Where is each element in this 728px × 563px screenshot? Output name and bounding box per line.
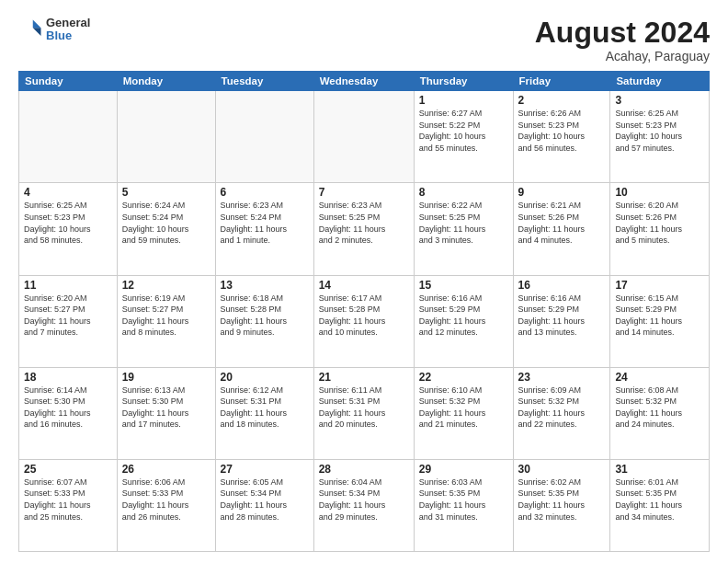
day-info: Sunrise: 6:11 AM Sunset: 5:31 PM Dayligh… bbox=[319, 385, 409, 431]
day-info: Sunrise: 6:03 AM Sunset: 5:35 PM Dayligh… bbox=[419, 477, 508, 523]
calendar-cell bbox=[117, 91, 215, 183]
calendar-cell: 11Sunrise: 6:20 AM Sunset: 5:27 PM Dayli… bbox=[19, 275, 118, 367]
day-info: Sunrise: 6:04 AM Sunset: 5:34 PM Dayligh… bbox=[319, 477, 409, 523]
day-info: Sunrise: 6:10 AM Sunset: 5:32 PM Dayligh… bbox=[419, 385, 508, 431]
calendar-cell: 30Sunrise: 6:02 AM Sunset: 5:35 PM Dayli… bbox=[513, 459, 610, 551]
day-info: Sunrise: 6:16 AM Sunset: 5:29 PM Dayligh… bbox=[518, 293, 606, 339]
calendar-cell: 10Sunrise: 6:20 AM Sunset: 5:26 PM Dayli… bbox=[610, 183, 710, 275]
day-number: 11 bbox=[24, 279, 112, 292]
day-number: 23 bbox=[518, 371, 606, 384]
weekday-header-monday: Monday bbox=[117, 72, 215, 91]
calendar-cell: 31Sunrise: 6:01 AM Sunset: 5:35 PM Dayli… bbox=[610, 459, 710, 551]
day-number: 25 bbox=[24, 463, 112, 476]
calendar-cell: 4Sunrise: 6:25 AM Sunset: 5:23 PM Daylig… bbox=[19, 183, 118, 275]
day-info: Sunrise: 6:16 AM Sunset: 5:29 PM Dayligh… bbox=[419, 293, 508, 339]
day-info: Sunrise: 6:25 AM Sunset: 5:23 PM Dayligh… bbox=[24, 200, 112, 246]
day-number: 24 bbox=[615, 371, 704, 384]
page: General Blue August 2024 Acahay, Paragua… bbox=[0, 0, 728, 563]
calendar-cell bbox=[215, 91, 313, 183]
calendar-cell: 23Sunrise: 6:09 AM Sunset: 5:32 PM Dayli… bbox=[513, 367, 610, 459]
day-number: 29 bbox=[419, 463, 508, 476]
svg-marker-1 bbox=[33, 29, 41, 37]
calendar-cell: 15Sunrise: 6:16 AM Sunset: 5:29 PM Dayli… bbox=[414, 275, 513, 367]
calendar-cell: 17Sunrise: 6:15 AM Sunset: 5:29 PM Dayli… bbox=[610, 275, 710, 367]
day-number: 28 bbox=[319, 463, 409, 476]
day-info: Sunrise: 6:02 AM Sunset: 5:35 PM Dayligh… bbox=[518, 477, 606, 523]
calendar-cell: 22Sunrise: 6:10 AM Sunset: 5:32 PM Dayli… bbox=[414, 367, 513, 459]
day-info: Sunrise: 6:21 AM Sunset: 5:26 PM Dayligh… bbox=[518, 200, 606, 246]
day-number: 20 bbox=[221, 371, 309, 384]
title-block: August 2024 Acahay, Paraguay bbox=[535, 17, 710, 63]
calendar-cell: 5Sunrise: 6:24 AM Sunset: 5:24 PM Daylig… bbox=[117, 183, 215, 275]
week-row-4: 18Sunrise: 6:14 AM Sunset: 5:30 PM Dayli… bbox=[19, 367, 710, 459]
day-number: 17 bbox=[615, 279, 704, 292]
day-info: Sunrise: 6:19 AM Sunset: 5:27 PM Dayligh… bbox=[122, 293, 210, 339]
month-title: August 2024 bbox=[535, 17, 710, 49]
day-info: Sunrise: 6:24 AM Sunset: 5:24 PM Dayligh… bbox=[122, 200, 210, 246]
day-info: Sunrise: 6:06 AM Sunset: 5:33 PM Dayligh… bbox=[122, 477, 210, 523]
day-number: 31 bbox=[615, 463, 704, 476]
week-row-3: 11Sunrise: 6:20 AM Sunset: 5:27 PM Dayli… bbox=[19, 275, 710, 367]
calendar-cell: 25Sunrise: 6:07 AM Sunset: 5:33 PM Dayli… bbox=[19, 459, 118, 551]
header: General Blue August 2024 Acahay, Paragua… bbox=[18, 17, 710, 63]
day-number: 1 bbox=[419, 94, 508, 107]
weekday-header-saturday: Saturday bbox=[610, 72, 710, 91]
logo-text: General Blue bbox=[46, 17, 90, 43]
svg-marker-0 bbox=[33, 20, 41, 29]
week-row-5: 25Sunrise: 6:07 AM Sunset: 5:33 PM Dayli… bbox=[19, 459, 710, 551]
calendar-table: SundayMondayTuesdayWednesdayThursdayFrid… bbox=[18, 71, 710, 552]
logo-blue-text: Blue bbox=[46, 29, 72, 42]
calendar-cell: 1Sunrise: 6:27 AM Sunset: 5:22 PM Daylig… bbox=[414, 91, 513, 183]
day-info: Sunrise: 6:23 AM Sunset: 5:24 PM Dayligh… bbox=[221, 200, 309, 246]
day-number: 12 bbox=[122, 279, 210, 292]
day-number: 5 bbox=[122, 186, 210, 199]
logo-general-text: General bbox=[46, 16, 90, 29]
day-info: Sunrise: 6:25 AM Sunset: 5:23 PM Dayligh… bbox=[615, 108, 704, 154]
day-number: 26 bbox=[122, 463, 210, 476]
day-info: Sunrise: 6:17 AM Sunset: 5:28 PM Dayligh… bbox=[319, 293, 409, 339]
day-number: 9 bbox=[518, 186, 606, 199]
calendar-cell: 12Sunrise: 6:19 AM Sunset: 5:27 PM Dayli… bbox=[117, 275, 215, 367]
day-info: Sunrise: 6:08 AM Sunset: 5:32 PM Dayligh… bbox=[615, 385, 704, 431]
day-info: Sunrise: 6:23 AM Sunset: 5:25 PM Dayligh… bbox=[319, 200, 409, 246]
day-info: Sunrise: 6:09 AM Sunset: 5:32 PM Dayligh… bbox=[518, 385, 606, 431]
day-info: Sunrise: 6:22 AM Sunset: 5:25 PM Dayligh… bbox=[419, 200, 508, 246]
day-info: Sunrise: 6:26 AM Sunset: 5:23 PM Dayligh… bbox=[518, 108, 606, 154]
calendar-cell: 20Sunrise: 6:12 AM Sunset: 5:31 PM Dayli… bbox=[215, 367, 313, 459]
location: Acahay, Paraguay bbox=[535, 49, 710, 63]
calendar-cell: 16Sunrise: 6:16 AM Sunset: 5:29 PM Dayli… bbox=[513, 275, 610, 367]
day-number: 22 bbox=[419, 371, 508, 384]
calendar-cell: 8Sunrise: 6:22 AM Sunset: 5:25 PM Daylig… bbox=[414, 183, 513, 275]
calendar-cell: 9Sunrise: 6:21 AM Sunset: 5:26 PM Daylig… bbox=[513, 183, 610, 275]
calendar-cell: 6Sunrise: 6:23 AM Sunset: 5:24 PM Daylig… bbox=[215, 183, 313, 275]
day-info: Sunrise: 6:01 AM Sunset: 5:35 PM Dayligh… bbox=[615, 477, 704, 523]
weekday-header-row: SundayMondayTuesdayWednesdayThursdayFrid… bbox=[19, 72, 710, 91]
day-number: 30 bbox=[518, 463, 606, 476]
calendar-cell: 7Sunrise: 6:23 AM Sunset: 5:25 PM Daylig… bbox=[313, 183, 414, 275]
day-info: Sunrise: 6:27 AM Sunset: 5:22 PM Dayligh… bbox=[419, 108, 508, 154]
day-info: Sunrise: 6:05 AM Sunset: 5:34 PM Dayligh… bbox=[221, 477, 309, 523]
calendar-cell: 19Sunrise: 6:13 AM Sunset: 5:30 PM Dayli… bbox=[117, 367, 215, 459]
calendar-cell: 2Sunrise: 6:26 AM Sunset: 5:23 PM Daylig… bbox=[513, 91, 610, 183]
day-number: 19 bbox=[122, 371, 210, 384]
calendar-cell: 21Sunrise: 6:11 AM Sunset: 5:31 PM Dayli… bbox=[313, 367, 414, 459]
day-number: 16 bbox=[518, 279, 606, 292]
calendar-cell: 27Sunrise: 6:05 AM Sunset: 5:34 PM Dayli… bbox=[215, 459, 313, 551]
day-number: 10 bbox=[615, 186, 704, 199]
week-row-1: 1Sunrise: 6:27 AM Sunset: 5:22 PM Daylig… bbox=[19, 91, 710, 183]
logo-icon bbox=[18, 17, 44, 42]
calendar-cell bbox=[313, 91, 414, 183]
calendar-cell: 13Sunrise: 6:18 AM Sunset: 5:28 PM Dayli… bbox=[215, 275, 313, 367]
day-info: Sunrise: 6:15 AM Sunset: 5:29 PM Dayligh… bbox=[615, 293, 704, 339]
day-number: 18 bbox=[24, 371, 112, 384]
calendar-cell bbox=[19, 91, 118, 183]
day-number: 4 bbox=[24, 186, 112, 199]
logo: General Blue bbox=[18, 17, 90, 43]
weekday-header-tuesday: Tuesday bbox=[215, 72, 313, 91]
calendar-cell: 29Sunrise: 6:03 AM Sunset: 5:35 PM Dayli… bbox=[414, 459, 513, 551]
day-number: 7 bbox=[319, 186, 409, 199]
day-info: Sunrise: 6:14 AM Sunset: 5:30 PM Dayligh… bbox=[24, 385, 112, 431]
calendar-cell: 14Sunrise: 6:17 AM Sunset: 5:28 PM Dayli… bbox=[313, 275, 414, 367]
day-number: 2 bbox=[518, 94, 606, 107]
day-info: Sunrise: 6:20 AM Sunset: 5:26 PM Dayligh… bbox=[615, 200, 704, 246]
